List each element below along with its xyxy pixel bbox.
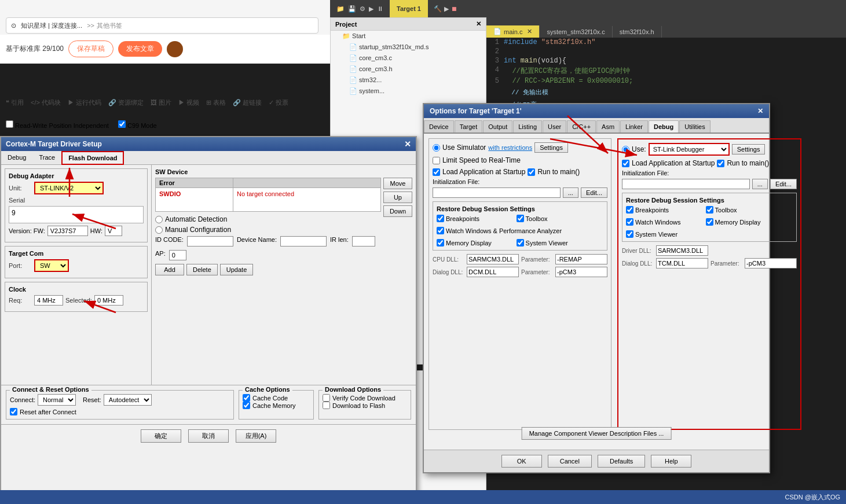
project-item-core-h[interactable]: 📄 core_cm3.h [331, 64, 486, 75]
init-file-input-r[interactable] [622, 179, 750, 189]
edit-btn-r[interactable]: Edit... [770, 179, 797, 189]
id-code-input[interactable] [187, 236, 233, 247]
manage-component-button[interactable]: Manage Component Viewer Description File… [522, 427, 672, 440]
right-settings-button[interactable]: Settings [732, 144, 766, 154]
add-button[interactable]: Add [155, 264, 184, 275]
unit-select[interactable]: ST-LINK/V2 [34, 182, 104, 194]
watch-windows-checkbox-l[interactable] [437, 227, 444, 234]
toolbar-table[interactable]: ⊞ 表格 [206, 98, 226, 107]
use-select[interactable]: ST-Link Debugger [649, 143, 730, 156]
run-to-main-checkbox-l[interactable] [528, 168, 535, 176]
init-file-input-l[interactable] [433, 187, 561, 198]
auto-detect-radio[interactable] [155, 216, 163, 223]
read-write-checkbox[interactable] [6, 120, 13, 128]
dialog-dll-input-l[interactable] [467, 267, 519, 277]
help-button[interactable]: Help [651, 455, 691, 468]
options-tab-target[interactable]: Target [455, 120, 483, 133]
selected-input[interactable] [94, 295, 123, 306]
toolbar-image[interactable]: 🖼 图片 [151, 98, 171, 107]
with-restrictions-link[interactable]: with restrictions [488, 144, 532, 151]
options-tab-output[interactable]: Output [483, 120, 512, 133]
system-viewer-checkbox-l[interactable] [517, 239, 524, 247]
use-radio-r[interactable] [622, 146, 629, 153]
load-app-checkbox-r[interactable] [622, 160, 629, 167]
toolbar-link[interactable]: 🔗 超链接 [233, 98, 262, 107]
breakpoints-checkbox-r[interactable] [626, 206, 633, 214]
toolbox-checkbox-r[interactable] [706, 206, 713, 214]
run-to-main-checkbox-r[interactable] [717, 160, 724, 167]
ok-button[interactable]: 确定 [141, 429, 181, 443]
breakpoints-checkbox-l[interactable] [437, 215, 444, 222]
options-tab-listing[interactable]: Listing [513, 120, 542, 133]
hw-input[interactable] [105, 226, 122, 236]
tab-stm32-h[interactable]: stm32f10x.h [613, 26, 662, 38]
toolbox-checkbox-l[interactable] [517, 215, 524, 222]
tab-main-c[interactable]: 📄main.c✕ [486, 25, 540, 38]
dialog-param-input-r[interactable] [745, 258, 797, 268]
url-bar[interactable]: ⊙ 知识星球 | 深度连接... >> 其他书签 [6, 17, 318, 34]
toolbar-video[interactable]: ▶ 视频 [178, 98, 199, 107]
ap-input[interactable] [169, 250, 186, 260]
cache-code-checkbox[interactable] [243, 394, 250, 402]
driver-dll-input-r[interactable] [656, 245, 708, 256]
tab-debug[interactable]: Debug [1, 151, 32, 165]
dialog-param-input-l[interactable] [555, 267, 607, 277]
manual-config-radio[interactable] [155, 226, 163, 234]
project-item-startup[interactable]: 📄 startup_stm32f10x_md.s [331, 42, 486, 53]
apply-button[interactable]: 应用(A) [236, 429, 276, 443]
watch-windows-checkbox-r[interactable] [626, 218, 633, 226]
toolbar-code[interactable]: </> 代码块 [31, 98, 61, 107]
c99-checkbox[interactable] [118, 120, 126, 128]
edit-btn-l[interactable]: Edit... [581, 187, 607, 198]
fw-input[interactable] [47, 226, 88, 236]
options-tab-user[interactable]: User [543, 120, 566, 133]
defaults-button[interactable]: Defaults [598, 455, 645, 468]
update-button[interactable]: Update [220, 264, 253, 275]
limit-speed-checkbox[interactable] [433, 157, 440, 164]
tab-system-stm32[interactable]: system_stm32f10x.c [540, 26, 612, 38]
options-tab-utilities[interactable]: Utilities [679, 120, 710, 133]
browse-btn-l[interactable]: ... [563, 187, 578, 198]
options-close-icon[interactable]: ✕ [757, 107, 763, 115]
project-close-icon[interactable]: ✕ [476, 20, 481, 28]
toolbar-vote[interactable]: ✓ 投票 [269, 98, 288, 107]
device-name-input[interactable] [280, 236, 327, 247]
connect-select[interactable]: Normal [38, 394, 76, 406]
options-tab-device[interactable]: Device [424, 120, 454, 133]
req-input[interactable] [34, 295, 63, 306]
use-simulator-radio[interactable] [433, 144, 440, 152]
browse-btn-r[interactable]: ... [752, 179, 768, 189]
project-item-system[interactable]: 📄 system... [331, 86, 486, 97]
project-item-start[interactable]: 📁 Start [331, 31, 486, 42]
save-draft-button[interactable]: 保存草稿 [68, 41, 113, 57]
driver-window-close[interactable]: ✕ [404, 139, 411, 149]
memory-display-checkbox-l[interactable] [437, 239, 444, 247]
reset-select[interactable]: Autodetect [104, 394, 152, 406]
delete-button[interactable]: Delete [186, 264, 218, 275]
move-button[interactable]: Move [383, 178, 412, 189]
toolbar-run[interactable]: ▶ 运行代码 [68, 98, 101, 107]
down-button[interactable]: Down [383, 205, 412, 217]
cancel-dialog-button[interactable]: Cancel [548, 455, 592, 468]
left-settings-button[interactable]: Settings [534, 142, 568, 153]
toolbar-resource[interactable]: 🔗 资源绑定 [108, 98, 144, 107]
cpu-dll-input-l[interactable] [467, 254, 519, 264]
options-tab-debug[interactable]: Debug [649, 120, 679, 133]
ok-dialog-button[interactable]: OK [501, 455, 542, 468]
tab-trace[interactable]: Trace [32, 151, 61, 165]
ir-len-input[interactable] [352, 236, 375, 247]
memory-display-checkbox-r[interactable] [706, 218, 713, 226]
cache-memory-checkbox[interactable] [243, 402, 250, 409]
project-item-stm32[interactable]: 📄 stm32... [331, 75, 486, 86]
options-tab-linker[interactable]: Linker [620, 120, 648, 133]
toolbar-quote[interactable]: ❝ 引用 [6, 98, 24, 107]
system-viewer-checkbox-r[interactable] [626, 230, 633, 238]
dialog-dll-input-r[interactable] [656, 258, 708, 268]
load-app-checkbox-l[interactable] [433, 168, 440, 176]
port-select[interactable]: SW [34, 259, 69, 272]
options-tab-asm[interactable]: Asm [596, 120, 620, 133]
project-item-core-c[interactable]: 📄 core_cm3.c [331, 53, 486, 64]
download-flash-checkbox[interactable] [323, 402, 330, 409]
cancel-button[interactable]: 取消 [188, 429, 229, 443]
cpu-param-input-l[interactable] [555, 254, 607, 264]
